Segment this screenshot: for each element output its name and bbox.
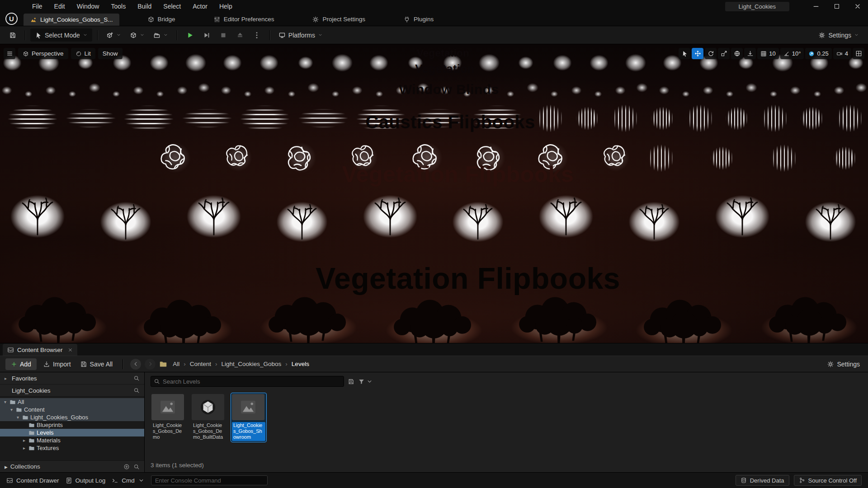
save-button[interactable] <box>5 28 20 42</box>
content-browser-settings-button[interactable]: Settings <box>824 358 863 370</box>
output-log-button[interactable]: Output Log <box>66 477 106 484</box>
viewport-options-button[interactable] <box>4 48 15 59</box>
tree-item-textures[interactable]: ▸Textures <box>0 444 144 452</box>
menu-file[interactable]: File <box>26 0 48 13</box>
scene-text-vegetation-1: Vegetation <box>415 62 474 75</box>
asset-light-cookies-gobos-demo-builtdata[interactable]: Light_Cookies_Gobos_Demo_BuiltData <box>191 393 226 442</box>
gobo-blobs <box>587 52 611 73</box>
breadcrumb-all[interactable]: All <box>173 361 179 367</box>
forward-button[interactable] <box>145 359 156 370</box>
tree-item-light-cookies-gobos[interactable]: ▾Light_Cookies_Gobos <box>0 413 144 421</box>
camera-speed-control[interactable]: 4 <box>833 48 851 59</box>
breadcrumb-levels[interactable]: Levels <box>292 361 309 367</box>
tree-item-levels[interactable]: Levels <box>0 429 144 436</box>
unreal-logo[interactable]: U <box>5 13 18 25</box>
import-button[interactable]: Import <box>40 358 74 370</box>
breadcrumb-separator: › <box>285 361 288 367</box>
content-drawer-button[interactable]: Content Drawer <box>6 477 59 484</box>
quad-view-icon <box>855 50 862 57</box>
menu-window[interactable]: Window <box>71 0 105 13</box>
move-tool-button[interactable] <box>692 48 703 59</box>
select-mode-dropdown[interactable]: Select Mode <box>30 28 92 42</box>
tab-plugins[interactable]: Plugins <box>403 13 434 26</box>
folder-icon <box>28 445 35 451</box>
tree-item-blueprints[interactable]: Blueprints <box>0 421 144 429</box>
collections-section[interactable]: ▸ Collections <box>0 460 144 472</box>
close-tab-button[interactable] <box>68 347 73 352</box>
gobo-dapples <box>196 82 212 94</box>
search-icon[interactable] <box>133 464 140 470</box>
derived-data-button[interactable]: Derived Data <box>736 475 789 486</box>
content-browser-tab[interactable]: Content Browser <box>3 344 77 356</box>
tree-item-content[interactable]: ▾Content <box>0 406 144 413</box>
menu-actor[interactable]: Actor <box>187 0 213 13</box>
filters-button[interactable] <box>358 378 373 385</box>
platforms-dropdown[interactable]: Platforms <box>275 28 326 42</box>
maximize-button[interactable] <box>826 0 847 13</box>
add-button[interactable]: Add <box>5 358 37 370</box>
scale-snap-control[interactable]: 0.25 <box>805 48 831 59</box>
sources-section[interactable]: Light_Cookies <box>0 385 144 397</box>
search-assets-input[interactable] <box>163 378 341 385</box>
play-button[interactable] <box>182 28 198 42</box>
menu-build[interactable]: Build <box>132 0 157 13</box>
tree-item-materials[interactable]: ▸Materials <box>0 436 144 444</box>
toolbar-settings-dropdown[interactable]: Settings <box>815 28 863 42</box>
favorites-section[interactable]: ▸ Favorites <box>0 372 144 385</box>
frame-skip-button[interactable] <box>199 28 214 42</box>
cursor-icon <box>681 50 688 57</box>
save-all-button[interactable]: Save All <box>77 358 116 370</box>
gobo-stripe-circles <box>650 106 674 131</box>
rotation-snap-control[interactable]: 10° <box>780 48 804 59</box>
gobo-dapples <box>525 82 540 94</box>
search-icon[interactable] <box>133 387 140 394</box>
maximize-viewport-button[interactable] <box>853 48 864 59</box>
asset-light-cookies-gobos-showroom[interactable]: Light_Cookies_Gobos_Showroom <box>231 393 266 442</box>
search-icon[interactable] <box>133 375 140 381</box>
unreal-editor-window: FileEditWindowToolsBuildSelectActorHelp … <box>0 0 868 488</box>
tab-bridge[interactable]: Bridge <box>147 13 175 26</box>
tree-item-all[interactable]: ▾All <box>0 398 144 406</box>
close-button[interactable] <box>847 0 868 13</box>
breadcrumb-light-cookies-gobos[interactable]: Light_Cookies_Gobos <box>222 361 282 367</box>
surface-snap-button[interactable] <box>744 48 756 59</box>
menu-select[interactable]: Select <box>157 0 187 13</box>
back-button[interactable] <box>130 359 141 370</box>
grid-snap-control[interactable]: 10 <box>757 48 778 59</box>
gobo-blobs <box>516 55 535 71</box>
gobo-tree-ovals <box>798 197 862 247</box>
menu-edit[interactable]: Edit <box>48 0 71 13</box>
console-command-input[interactable] <box>151 475 268 485</box>
eject-button[interactable] <box>232 28 248 42</box>
world-local-toggle-button[interactable] <box>731 48 743 59</box>
save-icon <box>9 32 16 39</box>
content-browser-tab-strip: Content Browser <box>0 343 868 356</box>
add-collection-icon[interactable] <box>123 464 130 470</box>
source-control-button[interactable]: Source Control Off <box>794 475 862 486</box>
cmd-dropdown[interactable]: Cmd <box>112 477 145 484</box>
project-settings-icon <box>312 16 319 23</box>
tab-light-cookies-gobos[interactable]: Light_Cookies_Gobos_S... <box>24 14 119 26</box>
show-flags-dropdown[interactable]: Show <box>98 48 123 59</box>
cinematics-dropdown[interactable] <box>150 28 172 42</box>
select-tool-button[interactable] <box>679 48 690 59</box>
breadcrumb-content[interactable]: Content <box>190 361 211 367</box>
chevron-down-icon <box>116 33 121 38</box>
minimize-button[interactable] <box>806 0 826 13</box>
viewport-3d[interactable]: VegetationVegetationWindow BlindsCaustic… <box>0 44 868 343</box>
menu-tools[interactable]: Tools <box>105 0 132 13</box>
quick-add-dropdown[interactable] <box>103 28 125 42</box>
asset-light-cookies-gobos-demo[interactable]: Light_Cookies_Gobos_Demo <box>151 393 186 442</box>
tab-editor-preferences[interactable]: Editor Preferences <box>213 13 274 26</box>
play-options-button[interactable] <box>249 28 264 42</box>
tree-expander-icon: ▸ <box>22 446 27 450</box>
tab-project-settings[interactable]: Project Settings <box>312 13 365 26</box>
stop-button[interactable] <box>216 28 231 42</box>
perspective-dropdown[interactable]: Perspective <box>18 48 68 59</box>
scale-tool-button[interactable] <box>718 48 730 59</box>
rotate-tool-button[interactable] <box>705 48 717 59</box>
menu-help[interactable]: Help <box>213 0 238 13</box>
view-mode-dropdown[interactable]: Lit <box>71 48 95 59</box>
blueprints-dropdown[interactable] <box>126 28 148 42</box>
save-search-button[interactable] <box>348 378 354 385</box>
